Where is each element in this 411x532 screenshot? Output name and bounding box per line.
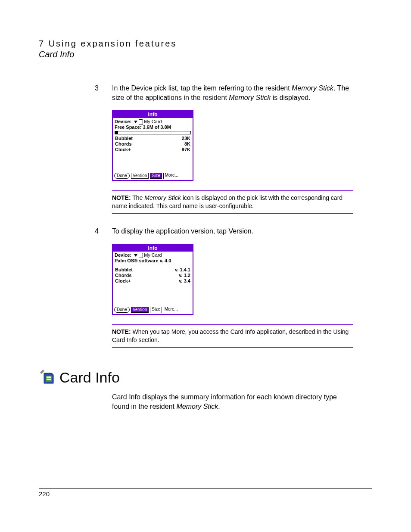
list-item: Clock+ v. 3.4 — [115, 278, 191, 284]
more-button[interactable]: More... — [163, 173, 180, 179]
palm-device-line: Device: My Card — [115, 252, 191, 258]
step3-em2: Memory Stick — [229, 94, 271, 101]
header-rule — [39, 64, 372, 64]
memory-stick-icon — [139, 253, 143, 258]
app-size: 23K — [182, 136, 190, 141]
palm-body: Device: My Card Free Space: 3.6M of 3.8M… — [113, 118, 193, 172]
palm-title: Info — [113, 111, 193, 118]
step-number: 4 — [95, 227, 112, 236]
step-3: 3 In the Device pick list, tap the item … — [95, 84, 372, 103]
note-label: NOTE: — [112, 328, 131, 335]
palm-info-version: Info Device: My Card Palm OS® software v… — [112, 244, 193, 315]
palm-body: Device: My Card Palm OS® software v. 4.0… — [113, 252, 193, 306]
size-button[interactable]: Size — [150, 307, 162, 313]
size-button[interactable]: Size — [150, 173, 162, 179]
palm-info-size: Info Device: My Card Free Space: 3.6M of… — [112, 110, 193, 181]
note1-a: The — [131, 194, 145, 201]
palm-button-bar: Done Version Size More... — [113, 172, 193, 180]
free-space-bar — [115, 131, 191, 134]
done-button[interactable]: Done — [114, 173, 130, 179]
app-name: Bubblet — [115, 136, 133, 141]
palm-device-line: Device: My Card — [115, 119, 191, 124]
para-b: . — [218, 403, 220, 410]
step-text: In the Device pick list, tap the item re… — [112, 84, 353, 103]
section-title: Card Info — [59, 369, 120, 386]
free-space: Free Space: 3.6M of 3.8M — [115, 124, 191, 130]
app-list: Bubblet v. 1.4.1 Chords v. 1.2 Clock+ v.… — [115, 267, 191, 304]
app-name: Bubblet — [115, 267, 133, 273]
done-button[interactable]: Done — [114, 307, 130, 313]
list-item: Clock+ 97K — [115, 147, 191, 152]
app-size: 97K — [182, 147, 190, 152]
version-button[interactable]: Version — [131, 307, 149, 313]
section-heading: Card Info — [39, 369, 372, 386]
note2-text: When you tap More, you access the Card I… — [112, 328, 349, 343]
step3-text-c: is displayed. — [271, 94, 311, 101]
palm-title: Info — [113, 245, 193, 252]
step-number: 3 — [95, 84, 112, 93]
app-list: Bubblet 23K Chords 8K Clock+ 97K — [115, 136, 191, 170]
para-a: Card Info displays the summary informati… — [112, 393, 337, 410]
app-size: 8K — [184, 141, 190, 147]
note-2: NOTE: When you tap More, you access the … — [112, 324, 353, 348]
step-4: 4 To display the application version, ta… — [95, 227, 372, 236]
note-1: NOTE: The Memory Stick icon is displayed… — [112, 190, 353, 214]
free-space-fill — [115, 131, 118, 134]
list-item: Bubblet 23K — [115, 136, 191, 141]
section-title-running: Card Info — [39, 50, 372, 59]
list-item: Bubblet v. 1.4.1 — [115, 267, 191, 273]
dropdown-icon[interactable] — [134, 121, 137, 123]
footer-rule — [39, 488, 372, 489]
app-name: Clock+ — [115, 278, 131, 284]
step3-em1: Memory Stick — [292, 84, 333, 92]
page: 7 Using expansion features Card Info 3 I… — [0, 0, 411, 532]
section-body: Card Info displays the summary informati… — [112, 392, 353, 411]
device-label: Device: — [115, 119, 131, 124]
running-head: 7 Using expansion features Card Info — [39, 39, 372, 64]
list-item: Chords 8K — [115, 141, 191, 147]
chapter-title: 7 Using expansion features — [39, 39, 372, 49]
dropdown-icon[interactable] — [134, 254, 137, 257]
palm-button-bar: Done Version Size More... — [113, 306, 193, 314]
para-em: Memory Stick — [176, 403, 218, 410]
step-text: To display the application version, tap … — [112, 227, 253, 236]
memory-stick-icon — [139, 119, 143, 124]
list-item: Chords v. 1.2 — [115, 273, 191, 278]
note1-em: Memory Stick — [144, 194, 181, 201]
app-name: Chords — [115, 141, 132, 147]
app-name: Clock+ — [115, 147, 131, 152]
more-button[interactable]: More... — [163, 307, 179, 313]
device-value: My Card — [144, 252, 162, 258]
step3-text-a: In the Device pick list, tap the item re… — [112, 84, 292, 92]
version-button[interactable]: Version — [131, 173, 149, 179]
note-label: NOTE: — [112, 194, 131, 201]
device-value: My Card — [144, 119, 162, 124]
svg-rect-2 — [47, 376, 51, 378]
app-name: Chords — [115, 273, 132, 278]
app-version: v. 1.2 — [179, 273, 190, 278]
card-info-icon — [39, 370, 56, 386]
page-number: 220 — [39, 490, 50, 498]
app-version: v. 1.4.1 — [175, 267, 190, 273]
device-label: Device: — [115, 252, 131, 258]
svg-rect-3 — [47, 379, 51, 380]
app-version: v. 3.4 — [179, 278, 190, 284]
os-version: Palm OS® software v. 4.0 — [115, 258, 191, 264]
